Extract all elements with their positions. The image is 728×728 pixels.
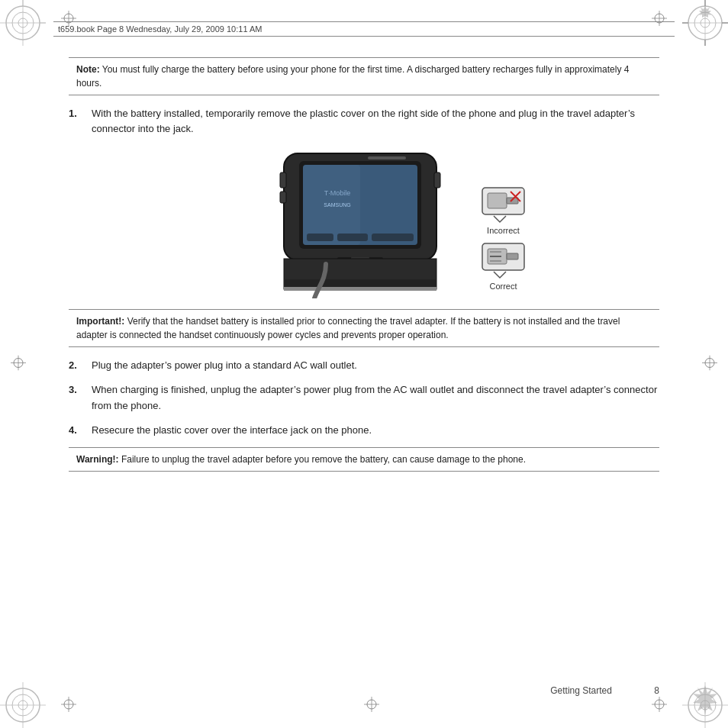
incorrect-label: Incorrect — [487, 226, 520, 235]
phone-illustration: T·Mobile SAMSUNG — [200, 146, 475, 298]
svg-text:SAMSUNG: SAMSUNG — [324, 202, 350, 208]
crosshair-mr — [702, 356, 717, 373]
footer-page-num: 8 — [654, 685, 659, 696]
step-4-num: 4. — [69, 423, 92, 438]
step-3: 3. When charging is finished, unplug the… — [69, 382, 659, 413]
note-box: Note: You must fully charge the battery … — [69, 57, 659, 95]
corner-decoration-br — [682, 682, 728, 728]
step-2-text: Plug the adapter’s power plug into a sta… — [92, 358, 659, 373]
warning-label: Warning!: — [76, 454, 119, 465]
step-3-num: 3. — [69, 382, 92, 413]
svg-rect-56 — [372, 234, 414, 241]
svg-rect-64 — [284, 287, 436, 291]
step-3-text: When charging is finished, unplug the ad… — [92, 382, 659, 413]
incorrect-svg — [478, 184, 528, 226]
corner-decoration-tr — [682, 0, 728, 46]
phone-svg: T·Mobile SAMSUNG — [200, 146, 475, 298]
note-text: You must fully charge the battery before… — [76, 64, 629, 89]
crosshair-br-mark — [652, 697, 667, 714]
main-content: Note: You must fully charge the battery … — [69, 57, 659, 667]
important-text-content: Verify that the handset battery is insta… — [76, 316, 620, 340]
header-text: t659.book Page 8 Wednesday, July 29, 200… — [58, 24, 262, 34]
svg-rect-54 — [307, 234, 333, 241]
incorrect-diagram: Incorrect — [478, 184, 528, 235]
correct-label: Correct — [489, 282, 517, 291]
step-1-text: With the battery installed, temporarily … — [92, 106, 659, 137]
warning-box: Warning!: Failure to unplug the travel a… — [69, 447, 659, 472]
svg-rect-69 — [488, 193, 507, 208]
page-header: t659.book Page 8 Wednesday, July 29, 200… — [53, 21, 675, 37]
step-2: 2. Plug the adapter’s power plug into a … — [69, 358, 659, 373]
footer-spacer — [624, 685, 642, 696]
correct-diagram: Correct — [478, 240, 528, 291]
crosshair-bl — [61, 697, 76, 714]
step-1: 1. With the battery installed, temporari… — [69, 106, 659, 137]
svg-rect-75 — [507, 253, 518, 259]
crosshair-ml — [11, 356, 26, 373]
step-1-num: 1. — [69, 106, 92, 137]
note-label: Note: — [76, 64, 100, 75]
step-4: 4. Resecure the plastic cover over the i… — [69, 423, 659, 438]
crosshair-bc — [364, 697, 379, 714]
svg-rect-51 — [368, 156, 406, 159]
important-box: Important!: Verify that the handset batt… — [69, 309, 659, 347]
page-footer: Getting Started 8 — [69, 685, 659, 696]
corner-decoration-bl — [0, 682, 46, 728]
step-2-num: 2. — [69, 358, 92, 373]
svg-rect-58 — [280, 192, 286, 203]
svg-text:T·Mobile: T·Mobile — [324, 189, 351, 197]
footer-section: Getting Started — [550, 685, 612, 696]
correct-svg — [478, 240, 528, 282]
svg-rect-57 — [280, 172, 286, 188]
corner-decoration-tl — [0, 0, 46, 46]
svg-rect-55 — [337, 234, 368, 241]
diagrams-container: Incorrect Correct — [478, 184, 528, 291]
important-label: Important!: — [76, 316, 124, 327]
warning-text-content: Failure to unplug the travel adapter bef… — [121, 454, 526, 465]
image-area: T·Mobile SAMSUNG — [69, 146, 659, 298]
step-4-text: Resecure the plastic cover over the inte… — [92, 423, 659, 438]
svg-rect-59 — [434, 172, 440, 188]
